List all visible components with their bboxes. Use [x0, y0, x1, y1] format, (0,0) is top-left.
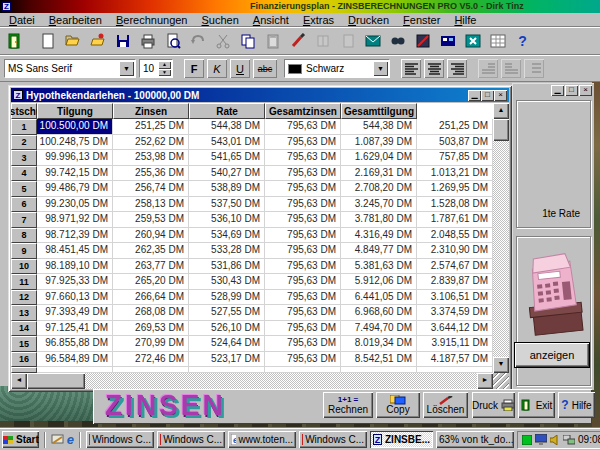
cell-gesamttilgung[interactable]: 2.574,67 DM [417, 259, 493, 275]
table-row[interactable]: 11 97.925,33 DM 265,20 DM 530,43 DM 795,… [11, 274, 493, 290]
color-select[interactable]: Schwarz ▼ [284, 59, 390, 78]
cell-tilgung[interactable]: 258,13 DM [113, 197, 189, 213]
tray-volume-icon[interactable] [550, 435, 560, 445]
cell-gesamttilgung[interactable]: 3.374,59 DM [417, 305, 493, 321]
task-button-windows-commander-2[interactable]: Windows C... [157, 431, 225, 448]
search-icon[interactable] [386, 30, 409, 52]
cell-rate[interactable]: 795,63 DM [265, 197, 341, 213]
cell-gesamttilgung[interactable]: 2.048,55 DM [417, 228, 493, 244]
cell-rate[interactable]: 795,63 DM [265, 305, 341, 321]
task-button-browser[interactable]: e www.toten... [228, 431, 296, 448]
task-button-windows-commander-1[interactable]: Windows C... [86, 431, 154, 448]
cell-gesamtzinsen[interactable]: 1.629,04 DM [341, 150, 417, 166]
row-number[interactable]: 3 [11, 150, 37, 166]
cell-gesamttilgung[interactable]: 503,87 DM [417, 135, 493, 151]
cell-gesamtzinsen[interactable]: 1.087,39 DM [341, 135, 417, 151]
cell-gesamtzinsen[interactable]: 8.542,51 DM [341, 352, 417, 368]
cell-gesamtzinsen[interactable]: 4.316,49 DM [341, 228, 417, 244]
scroll-left-icon[interactable]: ◄ [11, 373, 27, 389]
cell-restschuld[interactable]: 99.230,05 DM [37, 197, 113, 213]
font-size-select[interactable]: 10 ▲▼ [139, 59, 173, 78]
cell-tilgung[interactable]: 259,53 DM [113, 212, 189, 228]
side-window[interactable]: ▁ □ × 1te Rate anzeigen [512, 83, 594, 390]
row-number[interactable]: 6 [11, 197, 37, 213]
scroll-up-icon[interactable]: ▲ [493, 103, 509, 119]
cell-rate[interactable]: 795,63 DM [265, 321, 341, 337]
doc-window[interactable]: Z Hypothekendarlehen - 100000,00 DM ▁ □ … [8, 85, 512, 392]
panel-icon[interactable] [436, 30, 459, 52]
print-icon[interactable] [136, 30, 159, 52]
font-family-select[interactable]: MS Sans Serif ▼ [4, 59, 136, 78]
anzeigen-button[interactable]: anzeigen [514, 342, 590, 368]
doc-titlebar[interactable]: Z Hypothekendarlehen - 100000,00 DM ▁ □ … [11, 88, 509, 102]
vertical-scrollbar[interactable]: ▲ ▼ [493, 103, 509, 373]
font-size-stepper[interactable]: ▲▼ [158, 61, 171, 76]
cell-gesamtzinsen[interactable]: 2.708,20 DM [341, 181, 417, 197]
row-number[interactable]: 16 [11, 352, 37, 368]
cell-zinsen[interactable]: 537,50 DM [189, 197, 265, 213]
scroll-right-icon[interactable]: ► [477, 373, 493, 389]
menu-item[interactable]: Drucken [341, 14, 396, 26]
cell-tilgung[interactable]: 255,36 DM [113, 166, 189, 182]
calculator-icon[interactable] [411, 30, 434, 52]
tray-display-icon[interactable] [535, 434, 547, 445]
cell-gesamttilgung[interactable]: 2.310,90 DM [417, 243, 493, 259]
cell-tilgung[interactable]: 256,74 DM [113, 181, 189, 197]
column-header[interactable]: Restschuld [11, 103, 37, 119]
resize-grip[interactable] [493, 373, 509, 389]
row-number[interactable]: 10 [11, 259, 37, 275]
cell-zinsen[interactable]: 540,27 DM [189, 166, 265, 182]
cell-rate[interactable]: 795,63 DM [265, 228, 341, 244]
cell-gesamttilgung[interactable]: 1.528,08 DM [417, 197, 493, 213]
mail-icon[interactable] [361, 30, 384, 52]
menu-item[interactable]: Ansicht [246, 14, 296, 26]
cell-restschuld[interactable]: 98.451,45 DM [37, 243, 113, 259]
table-row[interactable]: 9 98.451,45 DM 262,35 DM 533,28 DM 795,6… [11, 243, 493, 259]
cell-gesamttilgung[interactable]: 3.915,11 DM [417, 336, 493, 352]
cell-zinsen[interactable]: 524,64 DM [189, 336, 265, 352]
new-document-icon[interactable] [36, 30, 59, 52]
close-icon[interactable]: × [579, 85, 592, 96]
cell-zinsen[interactable]: 528,99 DM [189, 290, 265, 306]
cell-tilgung[interactable]: 251,25 DM [113, 119, 189, 135]
close-icon[interactable]: × [494, 90, 507, 101]
cell-gesamtzinsen[interactable]: 6.441,05 DM [341, 290, 417, 306]
cell-zinsen[interactable]: 530,43 DM [189, 274, 265, 290]
tray-status-icon[interactable] [522, 435, 532, 445]
cell-tilgung[interactable]: 266,64 DM [113, 290, 189, 306]
cell-gesamtzinsen[interactable]: 8.019,34 DM [341, 336, 417, 352]
quicklaunch-ie-icon[interactable]: e [67, 432, 74, 448]
table-row[interactable]: 1 100.500,00 DM 251,25 DM 544,38 DM 795,… [11, 119, 493, 135]
cell-tilgung[interactable]: 253,98 DM [113, 150, 189, 166]
cell-gesamttilgung[interactable]: 757,85 DM [417, 150, 493, 166]
menu-item[interactable]: Extras [296, 14, 341, 26]
cell-gesamtzinsen[interactable]: 5.912,06 DM [341, 274, 417, 290]
cell-zinsen[interactable]: 531,86 DM [189, 259, 265, 275]
tray-network-icon[interactable] [563, 435, 575, 445]
cell-zinsen[interactable]: 536,10 DM [189, 212, 265, 228]
task-button-download[interactable]: 63% von tk_do... [436, 431, 514, 448]
cell-gesamttilgung[interactable]: 2.839,87 DM [417, 274, 493, 290]
cell-rate[interactable]: 795,63 DM [265, 274, 341, 290]
cell-tilgung[interactable]: 263,77 DM [113, 259, 189, 275]
cell-zinsen[interactable]: 544,38 DM [189, 119, 265, 135]
cell-gesamttilgung[interactable]: 1.269,95 DM [417, 181, 493, 197]
table-row[interactable]: 3 99.996,13 DM 253,98 DM 541,65 DM 795,6… [11, 150, 493, 166]
underline-button[interactable]: U [230, 59, 250, 78]
cell-restschuld[interactable]: 100.248,75 DM [37, 135, 113, 151]
menu-item[interactable]: Hilfe [447, 14, 483, 26]
column-header[interactable]: Tilgung [37, 103, 113, 119]
task-button-zinsberechnungen[interactable]: Z ZINSBE... [370, 431, 433, 448]
cell-gesamtzinsen[interactable]: 6.968,60 DM [341, 305, 417, 321]
cell-rate[interactable]: 795,63 DM [265, 243, 341, 259]
rechnen-button[interactable]: 1+1 =Rechnen [323, 392, 373, 418]
row-number[interactable]: 15 [11, 336, 37, 352]
column-header[interactable]: Rate [189, 103, 265, 119]
help-icon[interactable]: ? [511, 30, 534, 52]
maximize-icon[interactable]: □ [481, 90, 494, 101]
strikethrough-button[interactable]: abc [253, 59, 277, 78]
table-row[interactable]: 4 99.742,15 DM 255,36 DM 540,27 DM 795,6… [11, 166, 493, 182]
bold-button[interactable]: F [184, 59, 204, 78]
vertical-scroll-thumb[interactable] [493, 119, 509, 141]
cell-zinsen[interactable]: 538,89 DM [189, 181, 265, 197]
